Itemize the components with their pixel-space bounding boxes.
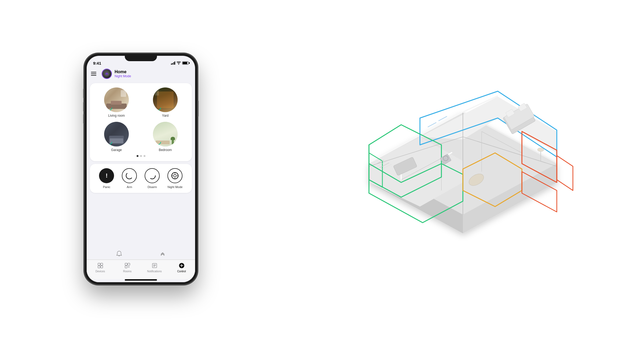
svg-line-45	[439, 116, 447, 121]
activity-ring-bedroom	[155, 139, 161, 145]
avatar	[102, 69, 112, 79]
room-label-living: Living room	[108, 114, 125, 117]
disarm-label: Disarm	[148, 185, 157, 189]
control-tab-label: Control	[177, 270, 186, 273]
panic-icon: !	[99, 168, 114, 183]
svg-line-44	[428, 123, 436, 127]
dot-3	[144, 155, 145, 157]
phone-screen: 9:41	[87, 56, 195, 282]
phone-frame: 9:41	[85, 54, 197, 284]
arm-icon	[122, 168, 137, 183]
svg-point-1	[104, 71, 109, 76]
rooms-tab-label: Rooms	[123, 270, 132, 273]
floorplan-svg	[347, 78, 578, 260]
tab-control[interactable]: Control	[168, 262, 195, 273]
rooms-carousel: Living room Yard	[90, 83, 192, 161]
bell-icon	[116, 250, 123, 257]
svg-rect-13	[98, 266, 100, 268]
control-icon	[178, 262, 185, 269]
disarm-icon	[145, 168, 160, 183]
status-time: 9:41	[93, 61, 101, 65]
svg-point-3	[126, 172, 133, 179]
svg-rect-15	[125, 263, 127, 265]
dot-1	[137, 155, 138, 157]
devices-tab-label: Devices	[96, 270, 105, 273]
svg-rect-11	[98, 263, 100, 265]
quick-icons-bar	[87, 248, 195, 260]
panic-button[interactable]: ! Panic	[99, 168, 114, 189]
disarm-button[interactable]: Disarm	[145, 168, 160, 189]
tab-rooms[interactable]: Rooms	[114, 262, 141, 273]
quick-actions: ! Panic Arm	[90, 164, 192, 193]
room-item-living[interactable]: Living room	[94, 87, 139, 117]
home-indicator	[125, 279, 157, 281]
svg-point-6	[174, 174, 176, 177]
svg-point-55	[537, 148, 544, 152]
menu-button[interactable]	[91, 69, 100, 78]
tab-devices[interactable]: Devices	[87, 262, 114, 273]
rooms-grid: Living room Yard	[94, 87, 188, 152]
svg-point-0	[178, 64, 179, 65]
wifi-icon	[177, 61, 181, 65]
night-mode-label: Night Mode	[167, 185, 182, 189]
night-mode-button[interactable]: Night Mode	[167, 168, 182, 189]
phone-notch	[125, 54, 157, 61]
tab-notifications[interactable]: Notifications	[141, 262, 168, 273]
carousel-dots	[94, 155, 188, 157]
room-item-bedroom[interactable]: Bedroom	[143, 122, 188, 152]
signal-icon	[171, 61, 175, 65]
phone-mockup: 9:41	[66, 21, 216, 317]
app-header: Home Night Mode	[87, 68, 195, 81]
panic-label: Panic	[103, 185, 111, 189]
disarm-svg-icon	[148, 171, 156, 180]
room-circle-living	[104, 87, 129, 112]
svg-rect-14	[101, 266, 103, 268]
tab-bar: Devices Rooms	[87, 260, 195, 279]
room-circle-yard	[153, 87, 178, 112]
room-circle-bedroom	[153, 122, 178, 146]
activity-ring-living	[106, 105, 112, 111]
night-mode-svg-icon	[171, 171, 179, 180]
arm-svg-icon	[125, 171, 134, 180]
svg-rect-16	[128, 263, 130, 265]
notifications-tab-label: Notifications	[147, 270, 162, 273]
arm-label: Arm	[127, 185, 132, 189]
home-title: Home	[115, 69, 131, 74]
svg-rect-12	[101, 263, 103, 265]
battery-icon	[182, 61, 189, 65]
devices-icon	[97, 262, 104, 269]
chevron-up-icon	[159, 250, 166, 257]
floorplan-section	[347, 78, 578, 260]
svg-point-4	[149, 172, 155, 179]
home-info: Home Night Mode	[102, 69, 131, 79]
room-label-yard: Yard	[162, 114, 169, 117]
room-label-garage: Garage	[111, 148, 122, 152]
room-item-garage[interactable]: Garage	[94, 122, 139, 152]
arm-button[interactable]: Arm	[122, 168, 137, 189]
svg-rect-17	[125, 266, 127, 268]
notifications-icon	[151, 262, 158, 269]
activity-ring-yard	[155, 105, 161, 111]
activity-ring-garage	[106, 139, 112, 145]
bottom-area: Devices Rooms	[87, 248, 195, 282]
room-circle-garage	[104, 122, 129, 146]
room-item-yard[interactable]: Yard	[143, 87, 188, 117]
rooms-icon	[124, 262, 131, 269]
home-subtitle: Night Mode	[115, 74, 131, 78]
status-icons	[171, 61, 189, 65]
dot-2	[140, 155, 142, 157]
night-mode-icon	[167, 168, 182, 183]
room-label-bedroom: Bedroom	[159, 148, 172, 152]
